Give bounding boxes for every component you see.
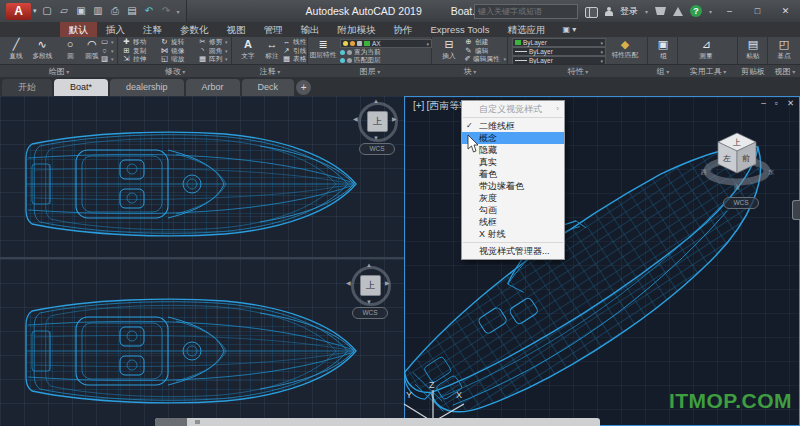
qat-customize-caret-icon[interactable]: ▾ <box>177 8 180 15</box>
navigation-bar-fragment[interactable] <box>792 200 800 220</box>
compass-east-label: 东 <box>768 168 774 175</box>
table-button[interactable]: ▦表格 <box>282 55 308 63</box>
panel-view: ◰ 基点 <box>768 37 800 64</box>
menu-item-shaded-with-edges[interactable]: 带边缘着色 <box>462 180 564 192</box>
plot-icon[interactable]: ⎙ <box>109 1 122 21</box>
viewcube-3d[interactable]: 北 东 南 西 上 左 前 <box>699 129 775 205</box>
object-color-dropdown[interactable]: ByLayer ▾ <box>512 38 606 47</box>
ribbon-tab-express-tools[interactable]: Express Tools <box>422 22 499 37</box>
autodesk-a360-icon[interactable] <box>673 7 683 16</box>
ribbon-tab-collaborate[interactable]: 协作 <box>385 22 422 37</box>
file-tab-arbor[interactable]: Arbor <box>186 79 240 96</box>
hatch-tool-button[interactable]: ▨▾ <box>100 55 114 63</box>
arc-icon: ◠ <box>87 38 97 51</box>
measure-button[interactable]: ⊿ 测量 <box>692 38 720 61</box>
help-search-input[interactable] <box>474 4 578 19</box>
command-line-bar[interactable] <box>155 418 600 426</box>
rotate-button[interactable]: ↻旋转 <box>160 38 194 46</box>
viewport-plus-control[interactable]: [+] <box>412 100 425 111</box>
doc-restore-button[interactable]: ▫ <box>775 98 778 108</box>
ribbon-tab-featured-apps[interactable]: 精选应用 <box>498 22 554 37</box>
menu-item-shades-of-gray[interactable]: 灰度 <box>462 192 564 204</box>
document-window-controls: – ▫ ✕ <box>761 98 794 108</box>
file-tab-dealership[interactable]: dealership <box>110 79 184 96</box>
save-as-icon[interactable]: ▥ <box>92 1 105 21</box>
ribbon-tab-home[interactable]: 默认 <box>60 22 97 37</box>
layer-tool2-icon <box>347 58 352 63</box>
ribbon-tab-insert[interactable]: 插入 <box>97 22 134 37</box>
minimize-button[interactable]: – <box>719 0 740 22</box>
ribbon-tab-output[interactable]: 输出 <box>292 22 329 37</box>
wcs-dropdown[interactable]: WCS <box>359 143 395 155</box>
menu-item-visual-styles-manager[interactable]: 视觉样式管理器... <box>462 245 564 257</box>
close-button[interactable]: ✕ <box>775 0 796 22</box>
signin-caret-icon[interactable]: ▾ <box>645 8 648 15</box>
print-icon[interactable]: ▤ <box>126 1 139 21</box>
maximize-button[interactable]: □ <box>747 0 768 22</box>
viewport-bottom-plan[interactable]: ▲ ▼ ◀ ▶ 上 WCS <box>0 259 404 426</box>
move-button[interactable]: ✚移动 <box>122 38 156 46</box>
menu-item-sketchy[interactable]: 勾画 <box>462 204 564 216</box>
app-menu-caret-icon[interactable]: ▾ <box>33 7 37 15</box>
ribbon-tab-addins[interactable]: 附加模块 <box>329 22 385 37</box>
lineweight-dropdown[interactable]: ByLayer ▾ <box>512 47 606 56</box>
edit-attributes-button[interactable]: ✐编辑属性▾ <box>464 55 506 63</box>
base-point-button[interactable]: ◰ 基点 <box>770 38 798 61</box>
autocad-logo[interactable]: A <box>6 3 31 20</box>
user-icon[interactable] <box>605 7 613 16</box>
stretch-button[interactable]: ⇲拉伸 <box>122 55 156 63</box>
layer-properties-button[interactable]: ≣ 图层特性 <box>309 38 337 58</box>
linetype-icon <box>515 60 527 61</box>
line-button[interactable]: ╱ 直线 <box>2 38 30 61</box>
undo-icon[interactable]: ↶ <box>143 1 156 21</box>
file-tab-deck[interactable]: Deck <box>242 79 295 96</box>
doc-minimize-button[interactable]: – <box>761 98 766 108</box>
redo-icon[interactable]: ↷ <box>160 1 173 21</box>
command-line-grip[interactable] <box>155 418 187 426</box>
base-point-icon: ◰ <box>779 38 789 51</box>
trim-button[interactable]: ✂修剪▾ <box>198 38 232 46</box>
array-button[interactable]: ▦阵列▾ <box>198 55 232 63</box>
ribbon-tab-view[interactable]: 视图 <box>218 22 255 37</box>
viewcube-arrow-up-icon: ▲ <box>366 262 372 268</box>
file-tab-boat[interactable]: Boat* <box>54 79 108 96</box>
help-caret-icon[interactable]: ▾ <box>709 8 712 15</box>
insert-block-button[interactable]: ⊟ 插入 <box>435 38 463 61</box>
scale-button[interactable]: ◱缩放 <box>160 55 194 63</box>
new-file-icon[interactable]: ▢ <box>41 1 54 21</box>
menu-item-xray[interactable]: X 射线 <box>462 228 564 240</box>
ribbon-options-icon[interactable]: ▣ ▾ <box>554 22 584 37</box>
create-block-button[interactable]: ⊕创建 <box>464 38 506 46</box>
menu-item-wireframe[interactable]: 线框 <box>462 216 564 228</box>
drawing-area: ▲ ▼ ◀ ▶ 上 WCS ▲ ▼ ◀ ▶ 上 WCS <box>0 96 800 426</box>
match-layer-button[interactable]: 匹配图层 <box>340 56 382 64</box>
paste-button[interactable]: ▤ 粘贴 <box>739 38 767 61</box>
ribbon-tab-annotate[interactable]: 注释 <box>134 22 171 37</box>
viewcube-top-face[interactable]: 上 <box>360 275 381 296</box>
menu-item-realistic[interactable]: 真实 <box>462 156 564 168</box>
open-file-icon[interactable]: ▱ <box>58 1 71 21</box>
ribbon-tab-manage[interactable]: 管理 <box>255 22 292 37</box>
polyline-button[interactable]: ∿ 多段线 <box>28 38 56 61</box>
new-drawing-tab-button[interactable]: + <box>296 80 311 95</box>
menu-item-shaded[interactable]: 着色 <box>462 168 564 180</box>
match-properties-button[interactable]: ◆ 特性匹配 <box>608 38 642 58</box>
quick-access-toolbar: A ▾ ▢ ▱ ▣ ▥ ⎙ ▤ ↶ ↷ ▾ <box>0 0 187 22</box>
help-icon[interactable]: ? <box>690 5 702 17</box>
viewcube-top-face[interactable]: 上 <box>367 111 388 132</box>
rectangle-tool-button[interactable]: ▭▾ <box>100 38 114 46</box>
wcs-dropdown-3d[interactable]: WCS <box>723 197 759 209</box>
sign-in-label[interactable]: 登录 <box>620 5 638 18</box>
ribbon-tab-parametric[interactable]: 参数化 <box>171 22 218 37</box>
search-binoculars-icon[interactable] <box>585 7 598 16</box>
linear-dim-button[interactable]: ↔线性 <box>282 38 308 46</box>
viewcube-arrow-left-icon: ◀ <box>353 116 358 122</box>
file-tab-start[interactable]: 开始 <box>2 79 52 96</box>
doc-close-button[interactable]: ✕ <box>787 98 794 108</box>
group-button[interactable]: ▣ 组 <box>649 38 677 61</box>
menu-item-2d-wireframe[interactable]: ✓ 二维线框 <box>462 120 564 132</box>
viewcube-2d-top[interactable]: ▲ ▼ ◀ ▶ 上 WCS <box>355 99 399 157</box>
viewport-top-plan[interactable]: ▲ ▼ ◀ ▶ 上 WCS <box>0 96 404 257</box>
save-icon[interactable]: ▣ <box>75 1 88 21</box>
app-store-cart-icon[interactable] <box>655 7 666 15</box>
